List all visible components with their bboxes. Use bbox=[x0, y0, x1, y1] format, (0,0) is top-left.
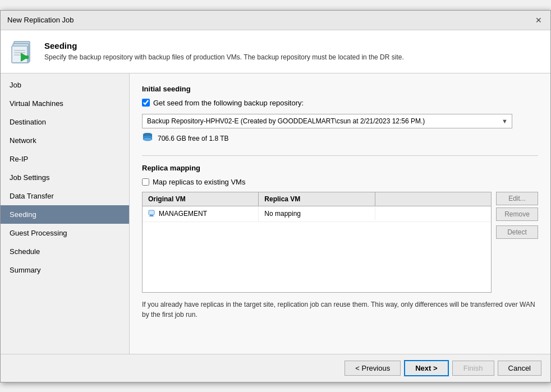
sidebar-item-re-ip[interactable]: Re-IP bbox=[1, 150, 129, 168]
table-header: Original VM Replica VM bbox=[143, 192, 491, 206]
repository-dropdown-row: Backup Repository-HPHV02-E (Created by G… bbox=[142, 114, 538, 128]
replica-vm-cell: No mapping bbox=[259, 207, 375, 220]
seed-checkbox[interactable] bbox=[142, 99, 150, 107]
header-section: Seeding Specify the backup repository wi… bbox=[1, 30, 550, 73]
svg-rect-15 bbox=[149, 216, 154, 216]
remove-button[interactable]: Remove bbox=[496, 207, 538, 221]
mapping-table-area: Original VM Replica VM bbox=[142, 192, 538, 293]
seed-checkbox-row: Get seed from the following backup repos… bbox=[142, 99, 538, 107]
sidebar-item-seeding[interactable]: Seeding bbox=[1, 205, 129, 224]
sidebar-item-network[interactable]: Network bbox=[1, 131, 129, 150]
dialog: New Replication Job ✕ Seeding bbox=[0, 10, 551, 382]
replica-mapping-title: Replica mapping bbox=[142, 164, 538, 172]
dialog-title: New Replication Job bbox=[7, 16, 74, 24]
next-button[interactable]: Next > bbox=[404, 360, 448, 376]
storage-text: 706.6 GB free of 1.8 TB bbox=[158, 135, 229, 142]
storage-info: 706.6 GB free of 1.8 TB bbox=[142, 133, 538, 144]
map-replicas-label: Map replicas to existing VMs bbox=[153, 178, 245, 186]
detect-button[interactable]: Detect bbox=[496, 225, 538, 239]
sidebar-item-job-settings[interactable]: Job Settings bbox=[1, 168, 129, 187]
cancel-button[interactable]: Cancel bbox=[498, 361, 541, 376]
svg-rect-2 bbox=[12, 46, 27, 63]
map-replicas-checkbox[interactable] bbox=[142, 178, 149, 186]
sidebar-item-job[interactable]: Job bbox=[1, 76, 129, 94]
svg-rect-14 bbox=[150, 215, 153, 216]
previous-button[interactable]: < Previous bbox=[345, 361, 401, 376]
sidebar-item-data-transfer[interactable]: Data Transfer bbox=[1, 187, 129, 205]
extra-cell bbox=[375, 211, 491, 216]
original-vm-name: MANAGEMENT bbox=[159, 210, 207, 218]
initial-seeding-title: Initial seeding bbox=[142, 85, 538, 93]
vm-icon bbox=[148, 209, 156, 219]
repository-dropdown-wrapper: Backup Repository-HPHV02-E (Created by G… bbox=[142, 114, 512, 128]
sidebar-item-schedule[interactable]: Schedule bbox=[1, 242, 129, 261]
table-buttons: Edit... Remove Detect bbox=[496, 192, 538, 239]
mapping-table: Original VM Replica VM bbox=[142, 192, 492, 293]
sidebar-item-summary[interactable]: Summary bbox=[1, 261, 129, 279]
content-area: Initial seeding Get seed from the follow… bbox=[130, 73, 550, 354]
section-divider bbox=[142, 155, 538, 156]
header-title: Seeding bbox=[44, 41, 404, 50]
sidebar: Job Virtual Machines Destination Network… bbox=[1, 73, 130, 354]
header-description: Specify the backup repository with backu… bbox=[44, 53, 404, 62]
sidebar-item-virtual-machines[interactable]: Virtual Machines bbox=[1, 94, 129, 113]
column-extra bbox=[375, 192, 491, 206]
edit-button[interactable]: Edit... bbox=[496, 192, 538, 205]
replica-mapping-section: Replica mapping Map replicas to existing… bbox=[142, 164, 538, 320]
column-original-vm: Original VM bbox=[143, 192, 259, 206]
seed-checkbox-label: Get seed from the following backup repos… bbox=[153, 99, 304, 107]
original-vm-cell: MANAGEMENT bbox=[143, 206, 259, 222]
svg-point-12 bbox=[143, 137, 152, 141]
title-bar: New Replication Job ✕ bbox=[1, 11, 550, 30]
header-text: Seeding Specify the backup repository wi… bbox=[44, 41, 404, 62]
svg-rect-7 bbox=[21, 56, 29, 59]
sidebar-item-guest-processing[interactable]: Guest Processing bbox=[1, 224, 129, 242]
column-replica-vm: Replica VM bbox=[259, 192, 375, 206]
table-row[interactable]: MANAGEMENT No mapping bbox=[143, 206, 491, 222]
bottom-note: If you already have replicas in the targ… bbox=[142, 299, 538, 320]
storage-icon bbox=[142, 133, 153, 144]
svg-rect-13 bbox=[149, 210, 154, 215]
body: Job Virtual Machines Destination Network… bbox=[1, 73, 550, 354]
seeding-icon bbox=[10, 38, 36, 65]
finish-button[interactable]: Finish bbox=[452, 361, 494, 376]
sidebar-item-destination[interactable]: Destination bbox=[1, 113, 129, 131]
footer: < Previous Next > Finish Cancel bbox=[1, 354, 550, 382]
repository-dropdown[interactable]: Backup Repository-HPHV02-E (Created by G… bbox=[142, 114, 512, 128]
close-button[interactable]: ✕ bbox=[534, 15, 544, 25]
map-replicas-checkbox-row: Map replicas to existing VMs bbox=[142, 178, 538, 186]
